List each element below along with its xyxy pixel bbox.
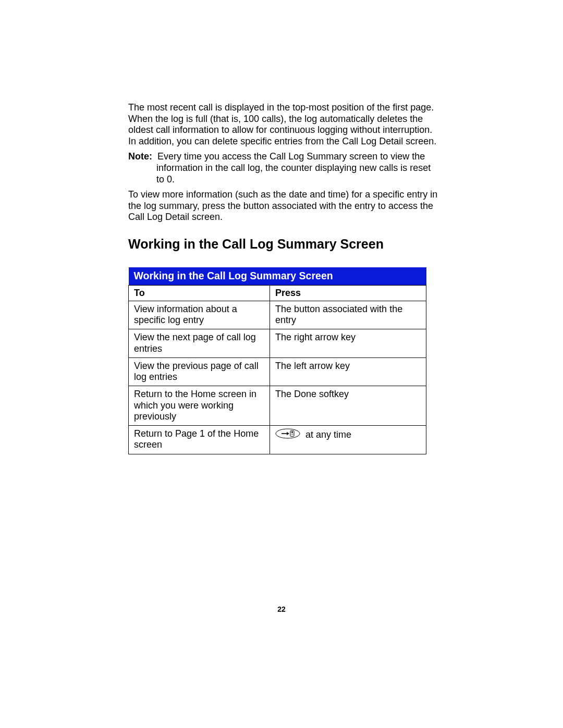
table-row: Return to the Home screen in which you w… xyxy=(129,386,426,426)
table-title-bar: Working in the Call Log Summary Screen xyxy=(129,267,426,286)
cell-press: at any time xyxy=(270,426,426,454)
svg-rect-4 xyxy=(291,431,293,433)
cell-press-text: at any time xyxy=(305,429,351,440)
cell-to: View the next page of call log entries xyxy=(129,329,270,357)
svg-point-7 xyxy=(291,435,292,435)
section-heading: Working in the Call Log Summary Screen xyxy=(128,237,438,252)
intro-paragraph-2: To view more information (such as the da… xyxy=(128,189,438,223)
note-label: Note: xyxy=(128,151,152,162)
cell-to: View the previous page of call log entri… xyxy=(129,357,270,386)
note-text-1: Every time you access the Call Log Summa… xyxy=(157,151,425,162)
note-text-2: information in the call log, the counter… xyxy=(128,163,438,185)
intro-paragraph-1: The most recent call is displayed in the… xyxy=(128,102,438,147)
cell-to: Return to Page 1 of the Home screen xyxy=(129,426,270,454)
phone-exit-icon xyxy=(275,428,300,441)
note-block: Note: Every time you access the Call Log… xyxy=(128,151,438,185)
svg-point-5 xyxy=(291,434,292,434)
cell-press: The right arrow key xyxy=(270,329,426,357)
table-header-press: Press xyxy=(270,285,426,301)
summary-table: Working in the Call Log Summary Screen T… xyxy=(128,267,426,454)
cell-press: The left arrow key xyxy=(270,357,426,386)
table-row: View information about a specific log en… xyxy=(129,301,426,329)
svg-point-6 xyxy=(292,434,293,434)
cell-press: The button associated with the entry xyxy=(270,301,426,329)
page-number: 22 xyxy=(0,605,563,613)
table-row: Return to Page 1 of the Home screen xyxy=(129,426,426,454)
page-content: The most recent call is displayed in the… xyxy=(128,102,438,454)
table-header-to: To xyxy=(129,285,270,301)
cell-to: View information about a specific log en… xyxy=(129,301,270,329)
cell-press: The Done softkey xyxy=(270,386,426,426)
cell-to: Return to the Home screen in which you w… xyxy=(129,386,270,426)
table-row: View the previous page of call log entri… xyxy=(129,357,426,386)
svg-point-8 xyxy=(292,435,293,435)
table-row: View the next page of call log entries T… xyxy=(129,329,426,357)
